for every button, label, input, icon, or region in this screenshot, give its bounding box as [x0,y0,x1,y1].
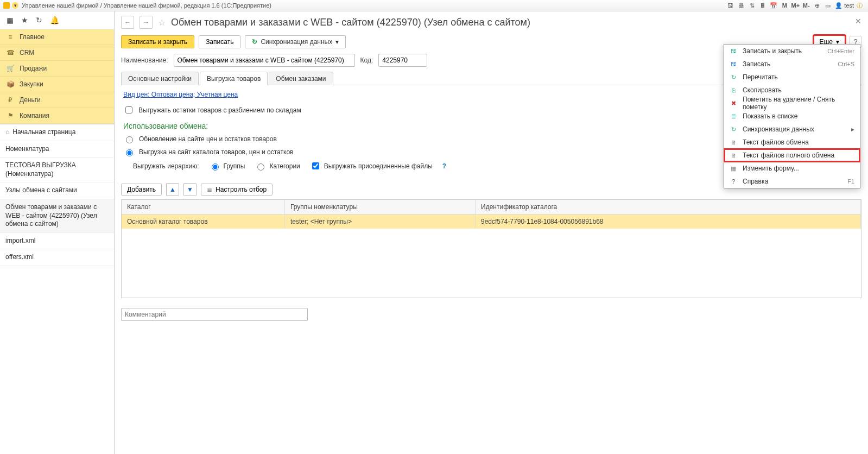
apps-icon[interactable]: ▦ [7,16,14,24]
m-minus-icon[interactable]: M- [802,1,810,10]
menu-item-icon: ✖ [730,100,737,107]
mode-update-radio[interactable] [126,136,133,143]
code-field[interactable] [378,54,427,67]
menu-item[interactable]: 🗎Текст файлов полного обмена [724,149,860,162]
tab[interactable]: Выгрузка товаров [200,72,268,85]
name-field[interactable] [174,54,355,67]
save-and-close-button[interactable]: Записать и закрыть [121,35,194,48]
menu-item[interactable]: ⎘Скопировать [724,84,860,97]
section-icon: ☎ [7,49,14,56]
print-icon[interactable]: 🖶 [737,1,745,10]
menu-item[interactable]: 🖫ЗаписатьCtrl+S [724,58,860,71]
menu-item[interactable]: ↻Перечитать [724,71,860,84]
section-icon: ≡ [7,33,14,41]
tab[interactable]: Обмен заказами [269,72,333,85]
code-label: Код: [360,56,373,64]
menu-item[interactable]: ?СправкаF1 [724,175,860,188]
section-icon: 🛒 [7,65,14,72]
move-down-button[interactable]: ▼ [183,183,197,196]
scale-icon[interactable]: ▭ [823,1,832,10]
sidebar-nav-item[interactable]: Номенклатура [0,141,114,158]
section-icon: ⚑ [7,112,14,119]
close-form-icon[interactable]: ✕ [855,17,861,26]
sync-data-button[interactable]: ↻Синхронизация данных▾ [245,35,346,48]
nav-forward-button[interactable]: → [140,16,153,29]
notifications-icon[interactable]: 🔔 [50,16,59,24]
zoom-icon[interactable]: ⊕ [813,1,821,10]
sidebar: ▦ ★ ↻ 🔔 ≡Главное☎CRM🛒Продажи📦Закупки₽Ден… [0,11,115,454]
grid-header-catalog[interactable]: Каталог [122,200,285,214]
sidebar-nav-item[interactable]: import.xml [0,233,114,250]
menu-item-icon: ↻ [730,74,737,81]
save-icon[interactable]: 🖫 [726,1,734,10]
sidebar-section[interactable]: ≡Главное [0,29,114,45]
menu-item-icon: ≣ [730,113,737,120]
table-row[interactable]: Основной каталог товаров tester; <Нет гр… [122,215,861,229]
tab[interactable]: Основные настройки [121,72,199,85]
info-icon[interactable]: ⓘ [855,1,864,10]
sidebar-nav-item[interactable]: ТЕСТОВАЯ ВЫГРУЗКА (Номенклатура) [0,157,114,182]
menu-item[interactable]: 🖫Записать и закрытьCtrl+Enter [724,45,860,58]
favorite-icon[interactable]: ★ [21,16,28,24]
menu-item-icon: 🖫 [730,61,737,67]
menu-item[interactable]: ≣Показать в списке [724,110,860,123]
move-up-button[interactable]: ▲ [166,183,179,196]
export-files-checkbox[interactable] [312,162,319,169]
menu-item-icon: ⎘ [730,87,737,93]
nav-label: ТЕСТОВАЯ ВЫГРУЗКА (Номенклатура) [5,161,76,178]
sidebar-section[interactable]: ₽Деньги [0,92,114,108]
calc-icon[interactable]: 🖩 [758,1,767,10]
menu-item[interactable]: ↻Синхронизация данных▸ [724,123,860,136]
app-menu-icon[interactable]: ▾ [12,2,18,9]
menu-item[interactable]: 🗎Текст файлов обмена [724,136,860,149]
section-icon: ₽ [7,96,14,104]
nav-back-button[interactable]: ← [121,16,134,29]
menu-item-label: Синхронизация данных [743,125,846,133]
add-row-button[interactable]: Добавить [121,184,162,196]
price-types-link[interactable]: Вид цен: Оптовая цена; Учетная цена [123,91,238,98]
warehouse-split-label: Выгружать остатки товаров с разбиением п… [138,106,301,114]
sidebar-section[interactable]: ☎CRM [0,45,114,61]
sidebar-section[interactable]: 🛒Продажи [0,61,114,77]
nav-label: import.xml [5,237,35,244]
mode-export-radio[interactable] [126,149,133,156]
grid-header-groups[interactable]: Группы номенклатуры [285,200,476,214]
m-icon[interactable]: M [780,1,789,10]
hierarchy-groups-radio[interactable] [212,163,219,171]
m-plus-icon[interactable]: M+ [791,1,800,10]
user-name[interactable]: test [844,2,854,9]
mode-update-label: Обновление на сайте цен и остатков товар… [139,135,277,143]
menu-item-label: Пометить на удаление / Снять пометку [743,96,854,111]
catalog-grid[interactable]: Каталог Группы номенклатуры Идентификато… [121,199,861,298]
app-icon [3,2,10,9]
sidebar-nav-item[interactable]: Узлы обмена с сайтами [0,182,114,199]
history-icon[interactable]: ↻ [36,16,42,24]
menu-item-icon: 🗎 [730,139,737,146]
sidebar-nav-item[interactable]: Обмен товарами и заказами с WEB - сайтом… [0,199,114,233]
hierarchy-categories-radio[interactable] [257,163,264,171]
comment-field[interactable] [121,308,308,321]
menu-item-icon: ↻ [730,126,737,133]
grid-header-id[interactable]: Идентификатор каталога [476,200,861,214]
calendar-icon[interactable]: 📅 [769,1,778,10]
configure-filter-button[interactable]: ≣ Настроить отбор [201,184,273,196]
menu-item-icon: ▦ [730,165,737,172]
mode-export-label: Выгрузка на сайт каталога товаров, цен и… [139,148,293,156]
sidebar-section[interactable]: ⚑Компания [0,108,114,124]
warehouse-split-checkbox[interactable] [125,106,132,114]
filter-label: Настроить отбор [216,186,267,193]
sidebar-tools: ▦ ★ ↻ 🔔 [0,11,114,29]
sidebar-nav-item[interactable]: ⌂Начальная страница [0,124,114,141]
menu-item[interactable]: ▦Изменить форму... [724,162,860,175]
user-icon[interactable]: 👤 [834,1,843,10]
sidebar-nav-item[interactable]: offers.xml [0,249,114,266]
compare-icon[interactable]: ⇅ [747,1,756,10]
sidebar-section[interactable]: 📦Закупки [0,77,114,92]
favorite-star-icon[interactable]: ☆ [158,17,166,28]
section-label: CRM [20,49,34,56]
section-label: Главное [20,33,45,41]
menu-item-label: Справка [743,178,842,185]
help-icon[interactable]: ? [442,162,446,170]
save-button[interactable]: Записать [199,35,240,48]
menu-item[interactable]: ✖Пометить на удаление / Снять пометку [724,97,860,110]
